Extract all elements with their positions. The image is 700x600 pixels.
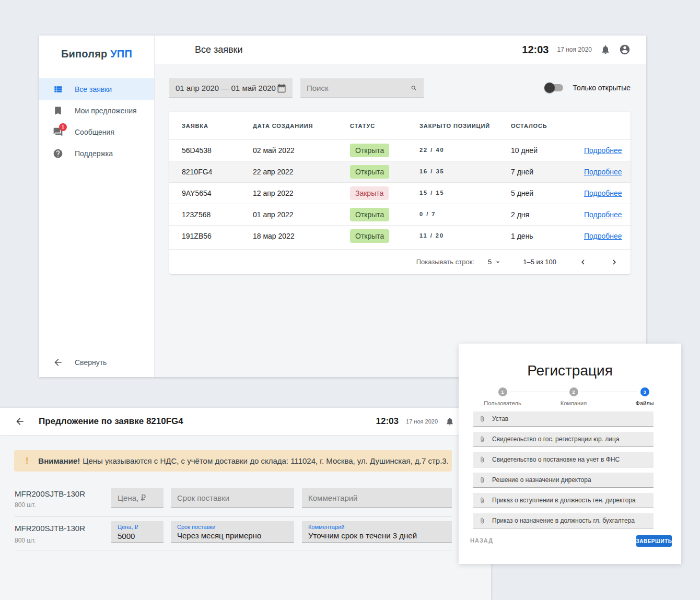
progress-label: 11 / 20 <box>419 232 511 239</box>
remaining-days: 10 дней <box>511 146 584 155</box>
sidebar-item-messages[interactable]: 1 Сообщения <box>39 121 154 143</box>
table-row[interactable]: 56D4538 02 май 2022 Открыта 22 / 40 10 д… <box>169 139 631 161</box>
sidebar: Биполяр УПП Все заявки Мои предложения 1 <box>39 36 155 377</box>
step-number: 3 <box>640 387 649 396</box>
comment-value: Уточним срок в течени 3 дней <box>308 531 446 540</box>
step-label: Компания <box>561 400 587 406</box>
sidebar-item-all-requests[interactable]: Все заявки <box>39 78 154 100</box>
created-date: 02 май 2022 <box>253 146 350 155</box>
table-row[interactable]: 123Z568 01 апр 2022 Открыта 0 / 7 2 дня … <box>169 204 631 225</box>
step-number: 2 <box>569 387 578 396</box>
comment-field <box>302 488 452 508</box>
file-upload-director-decision[interactable]: Решение о назначении директора <box>473 473 654 488</box>
bookmark-icon <box>53 105 63 116</box>
remaining-days: 5 дней <box>511 189 584 197</box>
status-badge: Закрыта <box>350 186 389 200</box>
table-header-row: ЗАЯВКА ДАТА СОЗДАНИИЯ СТАТУС ЗАКРЫТО ПОЗ… <box>169 112 631 139</box>
price-field[interactable]: Цена, ₽ 5000 <box>111 521 164 543</box>
file-label: Решение о назначении директора <box>492 476 591 484</box>
proposal-panel: Предложение по заявке 8210FG4 12:03 17 н… <box>0 408 491 600</box>
unread-badge: 1 <box>59 123 67 131</box>
toggle-label: Только открытые <box>573 84 631 92</box>
row-divider <box>15 516 452 517</box>
details-link[interactable]: Подробнее <box>584 232 622 240</box>
sidebar-item-support[interactable]: Поддержка <box>39 143 154 164</box>
status-badge: Открыта <box>350 144 389 157</box>
rows-per-page-label: Показывать строк: <box>416 258 474 266</box>
search-icon <box>411 84 417 93</box>
comment-input[interactable] <box>308 493 446 502</box>
registration-back-button[interactable]: НАЗАД <box>470 537 493 544</box>
sidebar-item-my-offers[interactable]: Мои предложения <box>39 100 154 121</box>
registration-finish-button[interactable]: ЗАВЕРШИТЬ <box>636 535 672 547</box>
delivery-term-field[interactable]: Срок поставки Через месяц примерно <box>171 521 294 543</box>
sidebar-item-label: Все заявки <box>75 85 112 93</box>
list-icon <box>53 84 63 95</box>
brand-name: Биполяр <box>61 48 107 60</box>
collapse-label: Свернуть <box>75 358 107 367</box>
paperclip-icon <box>479 477 485 483</box>
back-button[interactable] <box>15 416 25 427</box>
progress-label: 16 / 35 <box>419 168 511 174</box>
comment-label: Комментарий <box>308 524 446 530</box>
sidebar-item-label: Мои предложения <box>75 107 137 115</box>
delivery-term-input[interactable] <box>177 493 288 502</box>
proposal-title: Предложение по заявке 8210FG4 <box>39 416 183 427</box>
step-label: Пользователь <box>484 400 521 406</box>
file-upload-chief-accountant-order[interactable]: Приказ о назначение в должность гл. бухг… <box>473 513 654 528</box>
request-id: 9AY5654 <box>182 189 253 197</box>
delivery-term-label: Срок поставки <box>177 524 288 530</box>
comment-field[interactable]: Комментарий Уточним срок в течени 3 дней <box>302 521 452 543</box>
search-box <box>300 78 424 98</box>
file-upload-tax-registration[interactable]: Свидетельство о постановке на учет в ФНС <box>473 452 654 467</box>
next-page-button[interactable] <box>610 257 619 267</box>
notifications-bell-icon[interactable] <box>600 44 611 55</box>
date-range-picker[interactable]: 01 апр 2020 — 01 май 2020 <box>169 78 293 98</box>
price-label: Цена, ₽ <box>118 524 157 531</box>
details-link[interactable]: Подробнее <box>584 189 622 197</box>
table-row[interactable]: 8210FG4 22 апр 2022 Открыта 16 / 35 7 дн… <box>169 161 631 182</box>
search-input[interactable] <box>307 84 411 92</box>
step-connector <box>580 392 638 392</box>
help-icon <box>53 148 63 159</box>
open-only-toggle[interactable] <box>546 84 563 91</box>
prev-page-button[interactable] <box>578 257 588 267</box>
page-title: Все заявки <box>195 44 243 55</box>
details-link[interactable]: Подробнее <box>584 168 622 176</box>
main-area: Все заявки 12:03 17 ноя 2020 01 апр 2020… <box>155 36 646 377</box>
part-number: MFR200SJTB-130R <box>15 524 85 533</box>
created-date: 01 апр 2022 <box>253 210 350 219</box>
date-label: 17 ноя 2020 <box>406 418 438 425</box>
warning-bold-text: Внимание! <box>38 456 80 465</box>
registration-title: Регистрация <box>459 362 681 379</box>
notifications-bell-icon[interactable] <box>445 417 454 426</box>
column-header: ЗАЯВКА <box>182 123 253 129</box>
sidebar-collapse-button[interactable]: Свернуть <box>39 351 154 373</box>
pagination-range: 1–5 из 100 <box>523 258 556 266</box>
avatar-icon[interactable] <box>619 44 631 55</box>
table-row[interactable]: 9AY5654 12 апр 2022 Закрыта 15 / 15 5 дн… <box>169 182 631 204</box>
step-number: 1 <box>498 387 507 396</box>
app-header: Все заявки 12:03 17 ноя 2020 <box>155 36 646 64</box>
arrow-left-icon <box>53 357 63 368</box>
request-id: 191ZB56 <box>182 232 253 240</box>
warning-text: Цены указываются с НДС, с учётом доставк… <box>83 456 449 465</box>
price-input[interactable] <box>118 493 157 502</box>
created-date: 12 апр 2022 <box>253 189 350 197</box>
file-upload-gen-director-order[interactable]: Приказ о вступлении в должность ген. дир… <box>473 493 654 508</box>
warning-banner: ! Внимание! Цены указываются с НДС, с уч… <box>14 450 452 472</box>
progress-label: 15 / 15 <box>419 190 511 196</box>
sidebar-item-label: Сообщения <box>75 128 114 136</box>
part-quantity: 800 шт. <box>15 537 36 544</box>
part-quantity: 800 шт. <box>15 501 36 509</box>
details-link[interactable]: Подробнее <box>584 146 622 155</box>
file-upload-charter[interactable]: Устав <box>473 411 654 427</box>
file-upload-state-registration[interactable]: Свидетельство о гос. регистрации юр. лиц… <box>473 432 654 447</box>
file-label: Приказ о назначение в должность гл. бухг… <box>492 517 635 524</box>
details-link[interactable]: Подробнее <box>584 210 622 219</box>
rows-per-page-select[interactable]: 5 <box>488 258 502 266</box>
table-row[interactable]: 191ZB56 18 мар 2022 Открыта 11 / 20 1 де… <box>169 225 631 246</box>
paperclip-icon <box>479 456 485 463</box>
dropdown-arrow-icon <box>494 258 502 266</box>
requests-table: ЗАЯВКА ДАТА СОЗДАНИИЯ СТАТУС ЗАКРЫТО ПОЗ… <box>169 112 631 274</box>
